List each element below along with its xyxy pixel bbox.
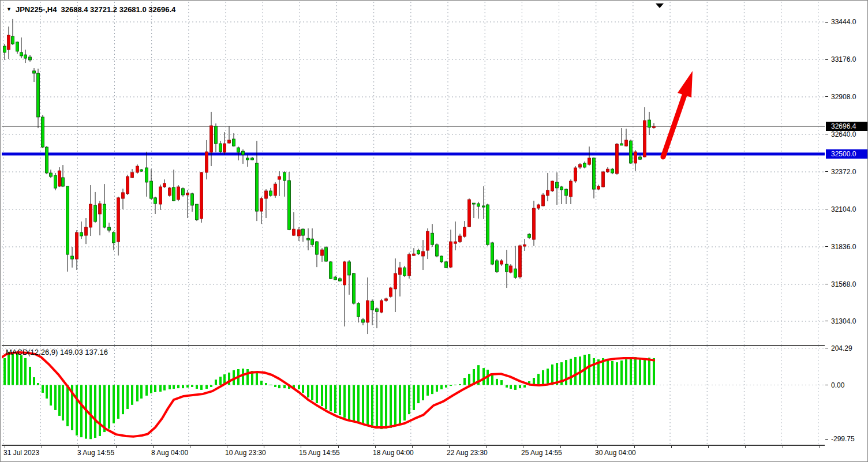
macd-histogram-bar xyxy=(523,385,526,388)
bear-candle xyxy=(371,301,374,310)
price-axis-tick xyxy=(825,96,828,97)
bear-candle xyxy=(302,229,305,235)
bear-candle xyxy=(491,243,494,264)
macd-histogram-bar xyxy=(66,385,69,427)
macd-indicator-panel[interactable]: MACD(12,26,9) 149.03 137.16 xyxy=(2,346,825,446)
bull-candle xyxy=(537,205,540,208)
bull-candle xyxy=(607,169,609,172)
time-axis-label: 25 Aug 14:55 xyxy=(521,449,562,457)
price-axis[interactable]: 33444.033176.032908.032640.032372.032104… xyxy=(825,1,868,462)
bull-candle xyxy=(99,204,102,214)
bear-candle xyxy=(37,73,40,117)
bear-candle xyxy=(242,151,245,155)
bull-candle xyxy=(89,204,92,227)
time-axis-tick xyxy=(338,446,339,448)
trend-arrow-shaft[interactable] xyxy=(663,95,684,157)
bear-candle xyxy=(251,158,254,160)
price-axis-label: 31304.0 xyxy=(831,317,856,325)
macd-histogram-bar xyxy=(200,385,203,390)
macd-histogram-bar xyxy=(616,362,618,385)
macd-histogram-bar xyxy=(307,385,309,398)
bull-candle xyxy=(459,236,462,242)
time-axis-tick xyxy=(42,446,42,448)
bull-candle xyxy=(210,126,213,152)
macd-axis-tick xyxy=(825,348,828,348)
time-axis-tick xyxy=(375,446,376,448)
macd-histogram-bar xyxy=(500,380,503,385)
macd-histogram-bar xyxy=(506,385,508,388)
trend-arrow-head[interactable] xyxy=(678,71,693,97)
macd-histogram-bar xyxy=(394,385,396,427)
price-chart-panel[interactable]: ▼ JPN225-,H4 32688.4 32721.2 32681.0 326… xyxy=(2,2,825,346)
bull-candle xyxy=(422,251,425,256)
candlestick-chart-canvas[interactable] xyxy=(2,2,825,345)
macd-histogram-bar xyxy=(205,385,208,389)
time-axis-label: 30 Aug 04:00 xyxy=(595,449,636,457)
symbol-dropdown-icon[interactable]: ▼ xyxy=(6,7,12,12)
macd-histogram-bar xyxy=(3,358,6,385)
macd-histogram-bar xyxy=(454,385,457,385)
bear-candle xyxy=(348,262,351,275)
macd-histogram-bar xyxy=(348,385,350,421)
time-axis-tick xyxy=(634,446,635,448)
ohlc-values: 32688.4 32721.2 32681.0 32696.4 xyxy=(61,5,175,14)
bull-candle xyxy=(468,200,471,227)
bear-candle xyxy=(29,57,32,60)
macd-histogram-bar xyxy=(145,385,148,396)
bull-candle xyxy=(177,187,180,200)
bear-candle xyxy=(307,238,310,240)
time-axis[interactable]: 31 Jul 20233 Aug 14:558 Aug 04:0010 Aug … xyxy=(2,445,825,462)
macd-histogram-bar xyxy=(537,374,540,385)
time-axis-label: 3 Aug 14:55 xyxy=(77,449,114,457)
bear-candle xyxy=(630,141,633,163)
bear-candle xyxy=(46,147,48,173)
price-axis-tick xyxy=(825,171,828,172)
bull-candle xyxy=(117,198,120,242)
bear-candle xyxy=(154,198,157,204)
bear-candle xyxy=(71,256,74,259)
bull-candle xyxy=(399,268,402,275)
macd-chart-canvas[interactable] xyxy=(2,346,825,445)
bull-candle xyxy=(574,168,577,181)
bear-candle xyxy=(196,204,199,220)
price-axis-label: 33444.0 xyxy=(831,18,856,26)
bear-candle xyxy=(108,227,111,230)
macd-histogram-bar xyxy=(413,385,415,410)
time-axis-tick xyxy=(523,446,523,448)
bear-candle xyxy=(103,204,106,227)
macd-histogram-bar xyxy=(482,368,485,385)
bear-candle xyxy=(42,117,44,147)
bull-candle xyxy=(321,250,324,256)
chart-shift-marker-icon[interactable] xyxy=(656,3,664,8)
macd-axis-tick xyxy=(825,385,828,385)
macd-histogram-bar xyxy=(468,374,470,385)
macd-histogram-bar xyxy=(625,359,627,385)
time-axis-tick xyxy=(301,446,301,448)
macd-histogram-bar xyxy=(169,385,171,390)
bear-candle xyxy=(639,157,642,159)
macd-histogram-bar xyxy=(574,357,577,385)
macd-histogram-bar xyxy=(325,385,327,410)
bear-candle xyxy=(514,269,517,277)
macd-histogram-bar xyxy=(278,385,280,389)
bear-candle xyxy=(330,262,332,279)
macd-histogram-bar xyxy=(390,385,392,428)
bear-candle xyxy=(506,264,508,272)
macd-histogram-bar xyxy=(94,385,96,438)
bull-candle xyxy=(579,164,582,167)
macd-histogram-bar xyxy=(8,352,10,385)
macd-histogram-bar xyxy=(42,385,44,393)
macd-histogram-bar xyxy=(173,385,175,389)
bull-candle xyxy=(260,198,263,211)
bull-candle xyxy=(500,261,503,264)
level-price-tag: 32500.0 xyxy=(826,149,867,159)
macd-histogram-bar xyxy=(16,353,18,385)
bull-candle xyxy=(366,301,369,322)
bear-candle xyxy=(339,279,342,281)
macd-histogram-bar xyxy=(196,385,198,389)
bear-candle xyxy=(417,250,420,254)
time-axis-tick xyxy=(227,446,227,448)
macd-histogram-bar xyxy=(122,385,124,415)
macd-histogram-bar xyxy=(496,379,498,385)
macd-histogram-bar xyxy=(298,385,300,390)
